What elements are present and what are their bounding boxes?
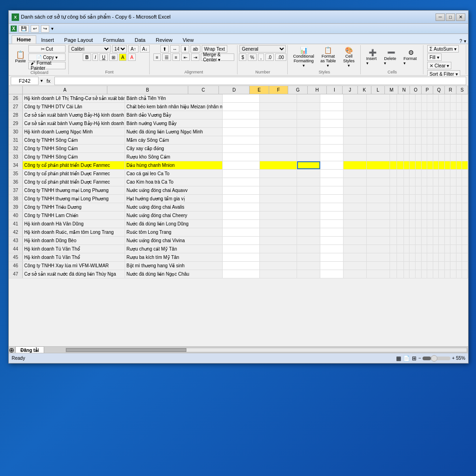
cell-col-b[interactable]: Nước đá dùng liền Ngọc Châu <box>125 270 223 278</box>
cell-col-a[interactable]: Công ty cổ phần phát triển Dược Fanmec <box>23 170 125 178</box>
cell-extra[interactable] <box>422 94 428 102</box>
cell-extra[interactable] <box>390 178 397 186</box>
cell-empty-col-g[interactable] <box>344 170 367 178</box>
align-bottom-button[interactable]: ⬇ <box>181 45 189 53</box>
cell-col-b[interactable]: Nước đá dùng liền Long Dũng <box>125 220 223 228</box>
cell-empty-col-f[interactable] <box>320 161 344 169</box>
cell-extra[interactable] <box>416 128 422 136</box>
bold-button[interactable]: B <box>83 53 91 61</box>
cell-extra[interactable] <box>433 103 439 111</box>
cell-extra[interactable] <box>390 119 397 127</box>
cell-empty-col-g[interactable] <box>344 237 367 245</box>
cell-col-a[interactable]: Công ty TNHH Xay lúa mì VFM-WILMAR <box>23 262 125 270</box>
cell-empty-col-d[interactable] <box>260 253 297 261</box>
cell-extra[interactable] <box>416 245 422 253</box>
cell-extra[interactable] <box>439 94 445 102</box>
cell-empty-col-e[interactable] <box>297 270 320 278</box>
cell-empty-col-g[interactable] <box>344 212 367 219</box>
cell-extra[interactable] <box>450 228 456 236</box>
cell-extra[interactable] <box>427 145 433 152</box>
cell-empty-col-h[interactable] <box>367 94 390 102</box>
table-row[interactable]: 28Cơ sở sản xuất bánh Vương Bảy-Hộ kinh … <box>9 111 468 119</box>
cell-empty-col-d[interactable] <box>260 270 297 278</box>
cell-extra[interactable] <box>416 119 422 127</box>
fill-color-button[interactable]: A <box>119 53 127 61</box>
cell-extra[interactable] <box>410 228 416 236</box>
cell-extra[interactable] <box>462 212 468 219</box>
cell-extra[interactable] <box>422 111 428 119</box>
cell-extra[interactable] <box>427 253 433 261</box>
cell-empty-col-e[interactable] <box>297 136 320 144</box>
underline-button[interactable]: U <box>99 53 107 61</box>
cell-empty-col-c[interactable] <box>223 228 260 236</box>
conditional-formatting-button[interactable]: 📊 ConditionalFormatting ▾ <box>291 46 316 69</box>
cell-extra[interactable] <box>439 161 445 169</box>
col-header-r[interactable]: R <box>445 86 456 94</box>
cell-empty-col-g[interactable] <box>344 253 367 261</box>
cell-empty-col-d[interactable] <box>260 203 297 211</box>
cell-extra[interactable] <box>456 262 463 270</box>
cell-empty-col-e[interactable] <box>297 145 320 152</box>
cell-extra[interactable] <box>433 237 439 245</box>
horizontal-scrollbar[interactable] <box>66 348 467 352</box>
cell-extra[interactable] <box>390 253 397 261</box>
cell-empty-col-f[interactable] <box>320 220 344 228</box>
cell-extra[interactable] <box>390 262 397 270</box>
cell-extra[interactable] <box>422 119 428 127</box>
cell-extra[interactable] <box>404 245 410 253</box>
cell-col-a[interactable]: Cơ sở sản xuất bánh Vương Bảy-Hộ kinh do… <box>23 119 125 127</box>
cell-extra[interactable] <box>462 103 468 111</box>
orientation-button[interactable]: ab <box>191 45 200 53</box>
cell-extra[interactable] <box>462 270 468 278</box>
align-left-button[interactable]: ≡ <box>153 53 161 61</box>
tab-formulas[interactable]: Formulas <box>98 36 130 44</box>
cell-empty-col-g[interactable] <box>344 228 367 236</box>
cell-empty-col-f[interactable] <box>320 153 344 161</box>
cell-col-a[interactable]: Hộ kinh doanh Ruốc, mắm tôm Long Trang <box>23 228 125 236</box>
cell-extra[interactable] <box>445 228 451 236</box>
table-row[interactable]: 36Công ty cổ phần phát triển Dược Fanmec… <box>9 178 468 186</box>
cell-extra[interactable] <box>456 136 463 144</box>
cell-col-a[interactable]: Công ty TNHH Triều Dương <box>23 203 125 211</box>
cell-extra[interactable] <box>390 220 397 228</box>
cell-empty-col-d[interactable] <box>260 237 297 245</box>
cell-extra[interactable] <box>410 245 416 253</box>
cell-extra[interactable] <box>427 245 433 253</box>
cell-extra[interactable] <box>422 262 428 270</box>
cell-extra[interactable] <box>462 237 468 245</box>
cell-extra[interactable] <box>410 103 416 111</box>
cell-extra[interactable] <box>397 270 404 278</box>
cell-extra[interactable] <box>456 195 463 203</box>
cell-extra[interactable] <box>416 94 422 102</box>
decrease-indent-button[interactable]: ⇤ <box>181 53 190 61</box>
cell-extra[interactable] <box>445 178 451 186</box>
cell-extra[interactable] <box>462 203 468 211</box>
cell-extra[interactable] <box>416 186 422 194</box>
cell-extra[interactable] <box>427 212 433 219</box>
cell-extra[interactable] <box>456 94 463 102</box>
cell-extra[interactable] <box>422 170 428 178</box>
cell-extra[interactable] <box>416 161 422 169</box>
cell-extra[interactable] <box>397 119 404 127</box>
increase-font-button[interactable]: A↑ <box>128 45 139 53</box>
cell-extra[interactable] <box>404 128 410 136</box>
cell-extra[interactable] <box>433 119 439 127</box>
cell-extra[interactable] <box>422 212 428 219</box>
cell-extra[interactable] <box>462 253 468 261</box>
cell-extra[interactable] <box>439 212 445 219</box>
cell-extra[interactable] <box>450 119 456 127</box>
cell-empty-col-c[interactable] <box>223 178 260 186</box>
cell-empty-col-c[interactable] <box>223 237 260 245</box>
cell-extra[interactable] <box>450 136 456 144</box>
cell-extra[interactable] <box>404 195 410 203</box>
cell-extra[interactable] <box>445 203 451 211</box>
cell-extra[interactable] <box>439 136 445 144</box>
cell-extra[interactable] <box>422 136 428 144</box>
table-row[interactable]: 40Công ty TNHH Lam ChiếnNước uống đóng c… <box>9 212 468 220</box>
cell-extra[interactable] <box>416 220 422 228</box>
cell-empty-col-e[interactable] <box>297 228 320 236</box>
cell-extra[interactable] <box>410 195 416 203</box>
cell-extra[interactable] <box>427 262 433 270</box>
cell-col-b[interactable]: Cây xay cắp đồng <box>125 145 223 152</box>
cell-empty-col-c[interactable] <box>223 136 260 144</box>
